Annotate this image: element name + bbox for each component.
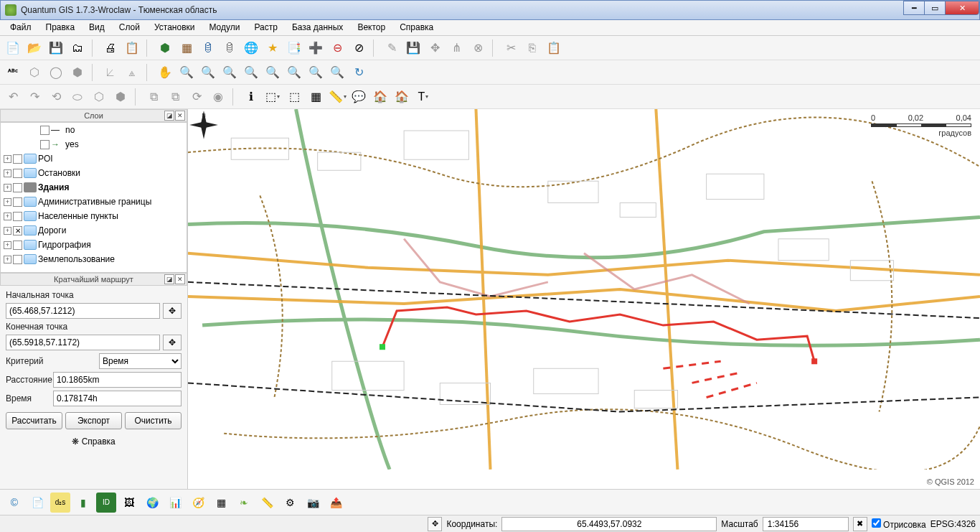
panel-close-icon[interactable]: ✕	[175, 274, 185, 284]
menu-help[interactable]: Справка	[392, 20, 440, 35]
select-icon[interactable]: ⬚▾	[263, 87, 283, 107]
offset-curve-icon[interactable]: ⬭	[67, 87, 88, 107]
bookmark-new-icon[interactable]: 🏠	[370, 87, 390, 107]
menu-vector[interactable]: Вектор	[350, 20, 392, 35]
layer-checkbox[interactable]	[40, 140, 50, 149]
plugin-globe-icon[interactable]: 🌍	[142, 493, 162, 513]
minimize-button[interactable]: ━	[903, 1, 925, 15]
zoom-last-icon[interactable]: 🔍	[306, 62, 326, 83]
render-toggle[interactable]: Отрисовка	[872, 518, 926, 530]
text-annotation-icon[interactable]: T▾	[413, 87, 433, 107]
help-link[interactable]: ❋ Справка	[6, 437, 182, 447]
plugin-grid-icon[interactable]: ▦	[211, 493, 231, 513]
composer-manager-icon[interactable]: 📋	[122, 38, 142, 58]
layer-row[interactable]: +Дороги	[1, 223, 187, 238]
add-part-icon[interactable]: ⬢	[67, 62, 88, 83]
expand-icon[interactable]: +	[4, 155, 11, 163]
expand-icon[interactable]: +	[4, 169, 11, 177]
layer-row[interactable]: →yes	[1, 137, 187, 151]
layer-checkbox[interactable]	[13, 226, 22, 235]
merge-attrs-icon[interactable]: ⧉	[165, 87, 185, 107]
zoom-in-icon[interactable]: 🔍	[176, 62, 197, 83]
add-ring-icon[interactable]: ◯	[46, 62, 66, 83]
plugin-chart-icon[interactable]: 📊	[165, 493, 185, 513]
plugin-copyright-icon[interactable]: ©	[4, 493, 24, 513]
manage-layers-icon[interactable]: ⊘	[349, 38, 369, 58]
deselect-icon[interactable]: ⬚	[284, 87, 304, 107]
delete-ring-icon[interactable]: ⬡	[89, 87, 109, 107]
plugin-id-icon[interactable]: ID	[96, 493, 116, 513]
fill-ring-icon[interactable]: ◉	[208, 87, 228, 107]
end-point-input[interactable]	[6, 335, 160, 350]
layer-row[interactable]: +Гидрография	[1, 238, 187, 252]
plugin-green1-icon[interactable]: ▮	[73, 493, 93, 513]
simplify-icon[interactable]: ⬡	[24, 62, 44, 83]
menu-edit[interactable]: Правка	[39, 20, 83, 35]
layer-row[interactable]: +Остановки	[1, 166, 187, 180]
layer-checkbox[interactable]	[40, 126, 50, 135]
layers-tree[interactable]: —no→yes+POI+Остановки+Здания+Администрат…	[0, 122, 187, 273]
clear-button[interactable]: Очистить	[125, 412, 182, 429]
expand-icon[interactable]: +	[4, 241, 11, 249]
layer-checkbox[interactable]	[13, 212, 22, 221]
zoom-full-icon[interactable]: 🔍	[241, 62, 261, 83]
export-button[interactable]: Экспорт	[65, 412, 122, 429]
node-tool-icon[interactable]: ⋔	[446, 38, 466, 58]
reshape-icon[interactable]: ⟀	[100, 62, 121, 83]
plugin-export-icon[interactable]: 📤	[326, 493, 346, 513]
layer-checkbox[interactable]	[13, 241, 22, 250]
maximize-button[interactable]: ▭	[924, 1, 946, 15]
calculate-button[interactable]: Рассчитать	[6, 412, 62, 429]
new-vector-icon[interactable]: ➕	[306, 38, 326, 58]
plugin-camera-icon[interactable]: 📷	[303, 493, 323, 513]
label-icon[interactable]: ᴬᴮᶜ	[3, 62, 23, 83]
redo-icon[interactable]: ↷	[24, 87, 44, 107]
coords-field[interactable]: 65.4493,57.0932	[501, 517, 717, 531]
merge-features-icon[interactable]: ⧉	[143, 87, 164, 107]
layer-checkbox[interactable]	[13, 255, 22, 264]
panel-close-icon[interactable]: ✕	[175, 111, 185, 121]
add-wms-icon[interactable]: 🌐	[241, 38, 261, 58]
pan-icon[interactable]: ✋	[155, 62, 175, 83]
panel-float-icon[interactable]: ◪	[164, 111, 174, 121]
plugin-image-icon[interactable]: 🖼	[119, 493, 139, 513]
plugin-file-icon[interactable]: 📄	[27, 493, 47, 513]
refresh-icon[interactable]: ↻	[349, 62, 369, 83]
new-project-icon[interactable]: 📄	[3, 38, 23, 58]
rotate-point-icon[interactable]: ⟲	[46, 87, 66, 107]
layer-row[interactable]: +POI	[1, 151, 187, 166]
bookmark-show-icon[interactable]: 🏠	[392, 87, 412, 107]
scale-field[interactable]: 1:34156	[763, 517, 849, 531]
menu-layer[interactable]: Слой	[112, 20, 147, 35]
menu-plugins[interactable]: Модули	[202, 20, 247, 35]
expand-icon[interactable]: +	[4, 184, 11, 192]
map-canvas[interactable]: 00,020,04 градусов N © QGIS 2012	[188, 109, 980, 489]
plugin-scalebar-icon[interactable]: 📏	[257, 493, 277, 513]
stop-render-icon[interactable]: ✖	[853, 517, 867, 531]
criteria-select[interactable]: Время	[99, 353, 182, 369]
copy-icon[interactable]: ⎘	[522, 38, 542, 58]
add-wfs-icon[interactable]: ★	[263, 38, 283, 58]
identify-icon[interactable]: ℹ	[241, 87, 261, 107]
remove-layer-icon[interactable]: ⊖	[327, 38, 347, 58]
add-vector-icon[interactable]: ⬢	[155, 38, 175, 58]
add-spatialite-icon[interactable]: 🛢	[220, 38, 240, 58]
layer-row[interactable]: +Административные границы	[1, 195, 187, 209]
edit-toggle-icon[interactable]: ✎	[382, 38, 402, 58]
add-raster-icon[interactable]: ▦	[176, 38, 197, 58]
menu-database[interactable]: База данных	[285, 20, 350, 35]
layer-row[interactable]: —no	[1, 123, 187, 137]
paste-icon[interactable]: 📋	[544, 38, 564, 58]
layer-row[interactable]: +Населенные пункты	[1, 209, 187, 223]
cut-icon[interactable]: ✂	[501, 38, 521, 58]
delete-selected-icon[interactable]: ⊗	[468, 38, 488, 58]
layer-checkbox[interactable]	[13, 169, 22, 178]
zoom-out-icon[interactable]: 🔍	[198, 62, 218, 83]
start-point-input[interactable]	[6, 303, 160, 319]
print-composer-icon[interactable]: 🖨	[100, 38, 121, 58]
close-button[interactable]: ✕	[945, 1, 979, 15]
zoom-next-icon[interactable]: 🔍	[327, 62, 347, 83]
plugin-settings-icon[interactable]: ⚙	[280, 493, 300, 513]
add-postgis-icon[interactable]: 🛢	[198, 38, 218, 58]
menu-view[interactable]: Вид	[82, 20, 112, 35]
